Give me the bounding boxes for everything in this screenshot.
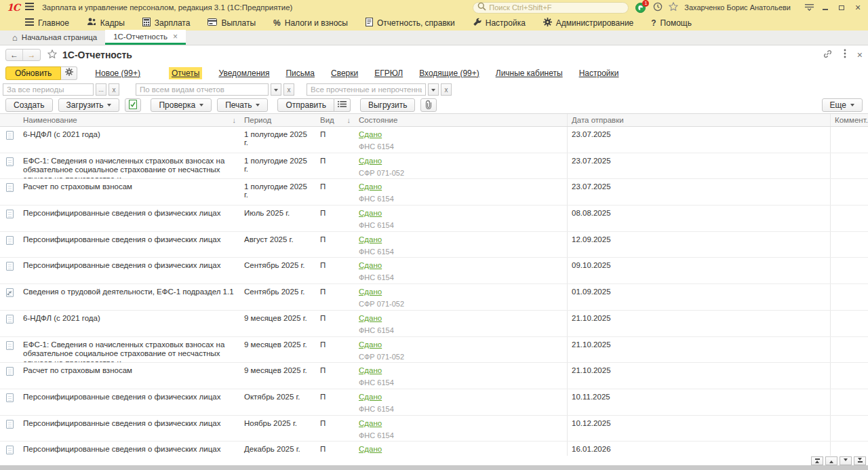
table-row-11[interactable]: Персонифицированные сведения о физически… bbox=[0, 416, 868, 442]
service-link-7[interactable]: Настройки bbox=[579, 68, 619, 78]
report-document-icon bbox=[6, 393, 14, 402]
table-row-12[interactable]: Персонифицированные сведения о физически… bbox=[0, 442, 868, 456]
tab-1c-reporting[interactable]: 1С-Отчетность × bbox=[105, 30, 186, 45]
menu-item-4[interactable]: % Налоги и взносы bbox=[264, 15, 357, 31]
table-row-4[interactable]: Персонифицированные сведения о физически… bbox=[0, 232, 868, 258]
main-menu-burger-icon[interactable] bbox=[25, 3, 34, 12]
table-row-5[interactable]: Персонифицированные сведения о физически… bbox=[0, 258, 868, 284]
current-user[interactable]: Захарченко Борис Анатольеви bbox=[684, 3, 791, 12]
search-input[interactable] bbox=[489, 3, 624, 12]
menu-item-1[interactable]: Кадры bbox=[78, 15, 134, 31]
go-last-row-button[interactable] bbox=[854, 456, 866, 465]
restore-button[interactable] bbox=[835, 2, 848, 13]
tab-home[interactable]: ⌂ Начальная страница bbox=[4, 30, 105, 45]
table-row-2[interactable]: Расчет по страховым взносам 1 полугодие … bbox=[0, 179, 868, 205]
service-link-4[interactable]: ЕГРЮЛ bbox=[374, 68, 403, 78]
close-window-button[interactable]: × bbox=[852, 2, 864, 13]
table-row-1[interactable]: ЕФС-1: Сведения о начисленных страховых … bbox=[0, 153, 868, 180]
add-favorite-star-icon[interactable] bbox=[47, 50, 57, 60]
table-row-6[interactable]: Сведения о трудовой деятельности, ЕФС-1 … bbox=[0, 284, 868, 311]
status-link[interactable]: Сдано bbox=[359, 182, 382, 191]
forward-button[interactable]: → bbox=[23, 50, 40, 60]
status-recipient: ФНС 6154 bbox=[359, 378, 563, 387]
load-from-file-button[interactable] bbox=[125, 98, 141, 112]
header-status[interactable]: Состояние bbox=[355, 114, 567, 126]
global-search[interactable] bbox=[473, 2, 629, 14]
read-state-clear-button[interactable]: x bbox=[441, 83, 452, 96]
send-list-icon[interactable] bbox=[334, 98, 351, 112]
status-link[interactable]: Сдано bbox=[359, 419, 382, 427]
table-row-8[interactable]: ЕФС-1: Сведения о начисленных страховых … bbox=[0, 337, 868, 364]
period-clear-button[interactable]: x bbox=[108, 83, 119, 96]
report-type-clear-button[interactable]: x bbox=[283, 83, 294, 96]
status-link[interactable]: Сдано bbox=[359, 157, 382, 165]
service-link-2[interactable]: Письма bbox=[285, 68, 315, 78]
status-link[interactable]: Сдано bbox=[359, 445, 382, 453]
header-period[interactable]: Период bbox=[240, 114, 316, 126]
status-link[interactable]: Сдано bbox=[359, 366, 382, 374]
refresh-button[interactable]: Обновить bbox=[5, 66, 61, 80]
minimize-button[interactable] bbox=[819, 2, 831, 13]
favorites-star-icon[interactable] bbox=[669, 2, 678, 13]
service-link-3[interactable]: Сверки bbox=[331, 68, 358, 78]
header-sent-date[interactable]: Дата отправки bbox=[567, 114, 830, 126]
sent-date: 12.09.2025 bbox=[567, 232, 830, 258]
header-vid[interactable]: Вид ↓ bbox=[316, 114, 355, 126]
menu-item-7[interactable]: Администрирование bbox=[534, 15, 642, 31]
close-form-icon[interactable]: × bbox=[857, 50, 863, 60]
table-row-10[interactable]: Персонифицированные сведения о физически… bbox=[0, 389, 868, 416]
export-button[interactable]: Выгрузить bbox=[360, 98, 416, 112]
load-button[interactable]: Загрузить bbox=[58, 98, 120, 112]
menu-item-8[interactable]: ? Помощь bbox=[642, 15, 701, 31]
status-link[interactable]: Сдано bbox=[359, 393, 382, 401]
refresh-settings-gear-icon[interactable] bbox=[61, 66, 77, 80]
table-row-0[interactable]: 6-НДФЛ (с 2021 года) 1 полугодие 2025 г.… bbox=[0, 127, 868, 153]
status-link[interactable]: Сдано bbox=[359, 209, 382, 217]
more-menu-icon[interactable] bbox=[844, 49, 846, 60]
status-link[interactable]: Сдано bbox=[359, 261, 382, 269]
menu-item-2[interactable]: Зарплата bbox=[134, 15, 199, 31]
check-button[interactable]: Проверка bbox=[151, 98, 212, 112]
service-link-1[interactable]: Уведомления bbox=[218, 68, 269, 78]
header-name[interactable]: Наименование ↓ bbox=[19, 114, 240, 126]
period-filter-input[interactable] bbox=[3, 83, 94, 96]
previous-row-button[interactable] bbox=[825, 456, 837, 465]
history-icon[interactable] bbox=[653, 2, 663, 14]
report-type-filter-input[interactable] bbox=[136, 83, 269, 96]
report-type-dropdown-icon[interactable] bbox=[271, 83, 281, 96]
status-link[interactable]: Сдано bbox=[359, 314, 382, 322]
header-comment[interactable]: Коммент... bbox=[830, 114, 868, 126]
service-link-6[interactable]: Личные кабинеты bbox=[496, 68, 563, 78]
read-state-filter-input[interactable] bbox=[307, 83, 426, 96]
table-row-3[interactable]: Персонифицированные сведения о физически… bbox=[0, 205, 868, 232]
new-items-link[interactable]: Новое (99+) bbox=[95, 68, 140, 78]
menu-item-5[interactable]: Отчетность, справки bbox=[357, 15, 464, 31]
get-link-icon[interactable] bbox=[823, 49, 833, 61]
collapse-ribbon-icon[interactable] bbox=[803, 2, 815, 13]
table-row-7[interactable]: 6-НДФЛ (с 2021 года) 9 месяцев 2025 г. П… bbox=[0, 311, 868, 337]
table-row-9[interactable]: Расчет по страховым взносам 9 месяцев 20… bbox=[0, 363, 868, 389]
send-button[interactable]: Отправить bbox=[277, 98, 334, 112]
status-link[interactable]: Сдано bbox=[359, 288, 382, 296]
status-link[interactable]: Сдано bbox=[359, 340, 382, 349]
menu-item-3[interactable]: Выплаты bbox=[199, 15, 264, 31]
next-row-button[interactable] bbox=[840, 456, 852, 465]
tab-close-icon[interactable]: × bbox=[173, 32, 178, 41]
read-state-dropdown-icon[interactable] bbox=[428, 83, 439, 96]
go-first-row-button[interactable] bbox=[811, 456, 823, 465]
sent-date: 23.07.2025 bbox=[567, 179, 830, 205]
menu-item-0[interactable]: Главное bbox=[16, 15, 78, 31]
menu-item-6[interactable]: Настройка bbox=[464, 15, 534, 31]
back-button[interactable]: ← bbox=[6, 50, 23, 60]
period-choose-button[interactable]: ... bbox=[96, 83, 106, 96]
print-button[interactable]: Печать bbox=[217, 98, 268, 112]
attachment-button[interactable] bbox=[420, 98, 437, 112]
status-link[interactable]: Сдано bbox=[359, 235, 382, 243]
status-link[interactable]: Сдано bbox=[359, 130, 382, 138]
service-link-0[interactable]: Отчеты bbox=[169, 67, 202, 79]
reporting-notifications-icon[interactable]: 1 bbox=[635, 2, 646, 13]
create-button[interactable]: Создать bbox=[5, 98, 53, 112]
service-link-5[interactable]: Входящие (99+) bbox=[419, 68, 479, 78]
comment-cell bbox=[830, 205, 868, 231]
more-button[interactable]: Еще bbox=[822, 98, 863, 112]
